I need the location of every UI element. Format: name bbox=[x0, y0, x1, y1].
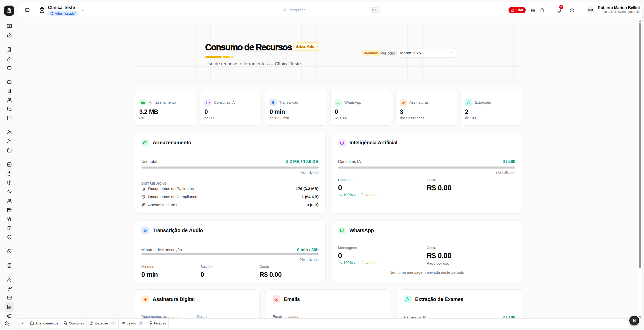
sidebar-toggle-button[interactable] bbox=[23, 5, 32, 14]
sidebar-item-users[interactable] bbox=[7, 97, 12, 102]
clinic-switcher-chevron[interactable] bbox=[82, 9, 85, 13]
dock-tab-label: Fixadas bbox=[154, 321, 166, 325]
clinic-name: Clínica Teste bbox=[48, 5, 78, 10]
sidebar-item-credit-card[interactable] bbox=[7, 295, 12, 300]
stat-card-signatures[interactable]: Assinaturas 3 docs assinados bbox=[395, 89, 457, 126]
clinic-switcher[interactable]: Clínica Teste Administrador bbox=[48, 5, 78, 16]
dock-tab-leads[interactable]: Leads 3 bbox=[119, 319, 146, 328]
sidebar-item-activity[interactable] bbox=[7, 189, 12, 194]
sidebar-item-briefcase[interactable] bbox=[7, 65, 12, 70]
period-value: Março 2026 bbox=[400, 51, 449, 55]
sidebar-item-user-plus[interactable] bbox=[7, 139, 12, 144]
cards-row-2: Armazenamento Uso total 3.2 MB / 10.0 GB… bbox=[135, 133, 522, 213]
user-cog-icon bbox=[4, 321, 10, 326]
timer-icon bbox=[7, 171, 12, 176]
sidebar-item-user-cog-bottom[interactable] bbox=[4, 321, 10, 326]
metric-trend: 100% vs mês anterior bbox=[338, 261, 427, 265]
scrollbar-up-arrow[interactable] bbox=[639, 20, 641, 22]
usage-label: Consultas IA bbox=[338, 159, 361, 164]
usage-value: 0 min / 30h bbox=[297, 248, 318, 252]
sidebar-divider bbox=[2, 20, 14, 20]
sidebar-item-message-square[interactable] bbox=[7, 116, 12, 121]
dock-tab-agendamentos[interactable]: Agendamentos bbox=[27, 319, 61, 328]
sidebar-item-square-check[interactable] bbox=[7, 162, 12, 167]
sidebar-item-whatsapp[interactable] bbox=[7, 249, 12, 254]
scrollbar-thumb[interactable] bbox=[639, 23, 641, 268]
metric-sub: Pago por uso bbox=[427, 261, 515, 265]
dock-tab-fixadas[interactable]: Fixadas bbox=[146, 319, 168, 328]
user-avatar[interactable]: RM bbox=[587, 7, 594, 14]
sidebar-rail bbox=[0, 0, 18, 330]
metric-custo: Custo R$ 0.00 bbox=[259, 265, 318, 279]
dock-tab-consultas[interactable]: Consultas bbox=[61, 319, 87, 328]
chevron-down-icon bbox=[449, 51, 453, 55]
search-icon bbox=[283, 8, 286, 12]
sidebar-item-package[interactable] bbox=[7, 180, 12, 185]
premium-badge: Premium bbox=[361, 50, 381, 56]
dock-collapse-button[interactable] bbox=[18, 319, 27, 328]
search-input[interactable]: Pesquisar... ⌘K bbox=[280, 6, 380, 14]
page-title: Consumo de Recursos bbox=[205, 42, 292, 52]
stat-card-storage[interactable]: Armazenamento 3.2 MB 0% bbox=[135, 89, 196, 126]
sidebar-item-book-open[interactable] bbox=[7, 24, 12, 29]
learn-more-button[interactable]: Saber Mais bbox=[293, 42, 321, 51]
period-label: Período: bbox=[380, 51, 395, 56]
stat-card-whatsapp[interactable]: WhatsApp 0 R$ 0.00 bbox=[330, 89, 392, 126]
dock-tab-encaixes[interactable]: Encaixes 8 bbox=[87, 319, 119, 328]
metric-value: R$ 0.00 bbox=[427, 252, 515, 260]
sidebar-item-bar-chart[interactable] bbox=[7, 304, 12, 309]
sidebar-item-calendar-days[interactable] bbox=[7, 207, 12, 212]
usage-value: 3.2 MB / 10.0 GB bbox=[286, 159, 318, 164]
sidebar-item-messages-square[interactable] bbox=[7, 106, 12, 112]
stat-card-ai[interactable]: Consultas IA 0 de 500 bbox=[200, 89, 261, 126]
period-select[interactable]: Março 2026 bbox=[396, 48, 456, 58]
sidebar-item-users[interactable] bbox=[7, 198, 12, 203]
whatsapp-icon bbox=[7, 249, 12, 254]
topbar-separator-2 bbox=[579, 7, 579, 14]
sidebar-item-calculator[interactable] bbox=[7, 263, 12, 268]
search-shortcut: ⌘K bbox=[370, 7, 379, 13]
shield-icon bbox=[50, 12, 53, 15]
sidebar-item-calendar[interactable] bbox=[7, 148, 12, 153]
search-placeholder: Pesquisar... bbox=[288, 8, 370, 12]
sidebar-item-globe[interactable] bbox=[7, 313, 12, 318]
sidebar-item-users[interactable] bbox=[7, 130, 12, 135]
distribution-row: Documentos de Compliance 1 (64 KB) bbox=[141, 193, 319, 201]
hard-drive-icon bbox=[143, 141, 147, 145]
sidebar-item-hospital[interactable] bbox=[7, 47, 12, 52]
arrow-up-right-icon bbox=[315, 45, 318, 48]
scrollbar-down-arrow[interactable] bbox=[639, 316, 641, 318]
stat-card-transcription[interactable]: Transcrição 0 min de 1800 min bbox=[265, 89, 327, 126]
help-button[interactable] bbox=[570, 8, 574, 13]
documents-button[interactable] bbox=[540, 8, 544, 13]
app-logo[interactable] bbox=[4, 6, 14, 16]
stat-card-extractions[interactable]: Extrações 2 de 100 bbox=[461, 89, 522, 126]
stat-sub: de 100 bbox=[465, 116, 518, 120]
sidebar-item-shield-check[interactable] bbox=[7, 235, 12, 240]
sidebar-item-user-cog[interactable] bbox=[7, 277, 12, 282]
floating-assistant-button[interactable]: N bbox=[629, 316, 639, 325]
sidebar-item-stethoscope[interactable] bbox=[7, 216, 12, 222]
sidebar-item-briefcase-business[interactable] bbox=[7, 79, 12, 84]
clock-icon bbox=[89, 321, 93, 325]
dock-tab-label: Encaixes bbox=[95, 321, 109, 325]
user-menu[interactable]: Roberto Marino Bellini lucas.bellini@edu… bbox=[596, 6, 640, 14]
sidebar-item-pen-tool[interactable] bbox=[7, 286, 12, 291]
sidebar-item-home[interactable] bbox=[7, 33, 12, 38]
flask-icon bbox=[406, 297, 410, 301]
file-text-icon bbox=[141, 187, 145, 191]
clinic-building-icon bbox=[6, 8, 12, 13]
sidebar-item-timer[interactable] bbox=[7, 171, 12, 176]
message-square-icon bbox=[336, 100, 340, 104]
whatsapp-card: WhatsApp Mensagens 0 100% vs mês anterio… bbox=[332, 221, 522, 283]
sidebar-item-hospital[interactable] bbox=[7, 88, 12, 93]
stat-label: Assinaturas bbox=[410, 100, 429, 104]
trial-badge[interactable]: Trial bbox=[508, 7, 526, 13]
sidebar-item-user-plus[interactable] bbox=[7, 56, 12, 61]
sidebar-item-clipboard-list[interactable] bbox=[7, 226, 12, 231]
metric-label: Custo bbox=[427, 246, 515, 250]
tasks-button[interactable] bbox=[530, 8, 535, 13]
stat-sub: 0% bbox=[139, 116, 192, 120]
card-title: Emails bbox=[284, 296, 300, 302]
brain-icon bbox=[206, 100, 210, 104]
